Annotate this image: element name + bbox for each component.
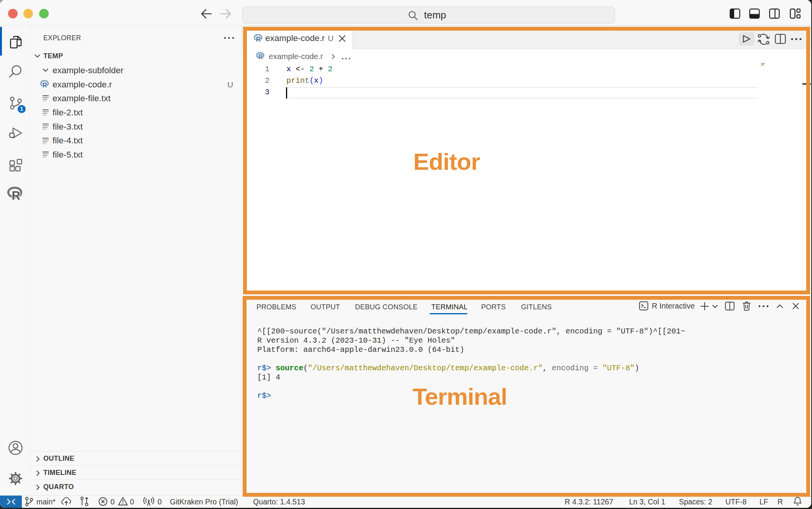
svg-text:R: R bbox=[43, 82, 47, 88]
svg-text:R: R bbox=[12, 189, 20, 201]
